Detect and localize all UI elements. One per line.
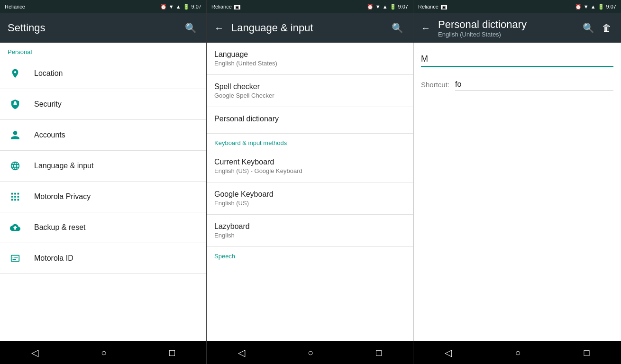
settings-item-motorola-privacy[interactable]: Motorola Privacy <box>0 182 206 212</box>
google-keyboard-title: Google Keyboard <box>214 190 405 199</box>
search-icon-2[interactable]: 🔍 <box>390 20 405 36</box>
settings-content: Personal Location Security Accounts Lang… <box>0 43 206 341</box>
backup-label: Backup & reset <box>34 223 86 232</box>
search-icon-1[interactable]: 🔍 <box>183 20 199 36</box>
status-bar-3: Reliance ▣ ⏰ ▼ ▲ 🔋 9:07 <box>413 0 621 13</box>
location-label: Location <box>34 69 63 78</box>
status-icons-1: ⏰ ▼ ▲ 🔋 9:07 <box>160 4 201 10</box>
nav-bar-3: ◁ ○ □ <box>413 341 621 364</box>
sim-icon: ▣ <box>234 5 240 9</box>
language-label: Language & input <box>34 162 93 170</box>
alarm-icon-3: ⏰ <box>575 4 582 10</box>
backup-icon <box>8 220 23 235</box>
back-arrow-3[interactable]: ← <box>421 23 430 34</box>
back-button-1[interactable]: ◁ <box>22 343 48 362</box>
motorola-privacy-label: Motorola Privacy <box>34 192 91 201</box>
settings-item-motorola-id[interactable]: Motorola ID <box>0 243 206 274</box>
language-input-panel: Reliance ▣ ⏰ ▼ ▲ 🔋 9:07 ← Language & inp… <box>207 0 413 364</box>
lang-item-google-keyboard[interactable]: Google Keyboard English (US) <box>207 182 413 215</box>
personal-dict-title: Personal dictionary <box>214 115 405 123</box>
recent-button-2[interactable]: □ <box>366 344 391 362</box>
lang-item-language[interactable]: Language English (United States) <box>207 43 413 75</box>
carrier-3: Reliance ▣ <box>418 4 447 9</box>
lazyboard-sub: English <box>214 232 405 239</box>
time-3: 9:07 <box>606 4 616 9</box>
language-item-title: Language <box>214 50 405 59</box>
settings-panel: Reliance ⏰ ▼ ▲ 🔋 9:07 Settings 🔍 Persona… <box>0 0 207 364</box>
lang-item-spell[interactable]: Spell checker Google Spell Checker <box>207 75 413 107</box>
toolbar-title-1: Settings <box>8 22 183 34</box>
shortcut-input[interactable] <box>455 78 613 91</box>
wifi-icon-3: ▼ <box>584 4 589 9</box>
accounts-label: Accounts <box>34 131 65 139</box>
lang-item-personal-dict[interactable]: Personal dictionary <box>207 107 413 134</box>
nav-bar-2: ◁ ○ □ <box>207 341 413 364</box>
toolbar-subtitle-3: English (United States) <box>438 31 581 38</box>
home-button-3[interactable]: ○ <box>505 344 530 362</box>
alarm-icon-2: ⏰ <box>367 4 374 10</box>
battery-icon-2: 🔋 <box>390 4 396 10</box>
search-icon-3[interactable]: 🔍 <box>581 20 596 36</box>
home-button-2[interactable]: ○ <box>298 344 323 362</box>
signal-icon: ▲ <box>176 4 181 9</box>
lazyboard-title: Lazyboard <box>214 222 405 231</box>
time-2: 9:07 <box>398 4 408 9</box>
current-keyboard-sub: English (US) - Google Keyboard <box>214 167 405 174</box>
lang-item-lazyboard[interactable]: Lazyboard English <box>207 215 413 247</box>
battery-icon: 🔋 <box>183 4 190 10</box>
settings-item-location[interactable]: Location <box>0 58 206 89</box>
toolbar-3: ← Personal dictionary English (United St… <box>413 13 621 43</box>
recent-button-3[interactable]: □ <box>574 344 599 362</box>
status-icons-2: ⏰ ▼ ▲ 🔋 9:07 <box>367 4 408 10</box>
nav-bar-1: ◁ ○ □ <box>0 341 206 364</box>
home-button-1[interactable]: ○ <box>91 344 116 362</box>
shortcut-row: Shortcut: <box>421 78 613 91</box>
toolbar-2: ← Language & input 🔍 <box>207 13 413 43</box>
carrier-1: Reliance <box>5 4 25 9</box>
back-arrow-2[interactable]: ← <box>214 23 224 34</box>
carrier-2: Reliance ▣ <box>211 4 240 9</box>
section-header-personal: Personal <box>0 43 206 58</box>
status-bar-1: Reliance ⏰ ▼ ▲ 🔋 9:07 <box>0 0 206 13</box>
language-item-sub: English (United States) <box>214 60 405 67</box>
back-button-3[interactable]: ◁ <box>435 343 461 362</box>
status-bar-2: Reliance ▣ ⏰ ▼ ▲ 🔋 9:07 <box>207 0 413 13</box>
time-1: 9:07 <box>192 4 201 9</box>
spell-item-sub: Google Spell Checker <box>214 92 405 99</box>
motorola-id-label: Motorola ID <box>34 254 73 263</box>
toolbar-1: Settings 🔍 <box>0 13 206 43</box>
personal-dictionary-panel: Reliance ▣ ⏰ ▼ ▲ 🔋 9:07 ← Personal dicti… <box>413 0 621 364</box>
language-icon <box>8 158 23 173</box>
word-input[interactable] <box>421 52 613 67</box>
signal-icon-2: ▲ <box>383 4 388 9</box>
accounts-icon <box>8 127 23 143</box>
status-icons-3: ⏰ ▼ ▲ 🔋 9:07 <box>575 4 616 10</box>
current-keyboard-title: Current Keyboard <box>214 158 405 166</box>
shortcut-label: Shortcut: <box>421 81 449 89</box>
location-icon <box>8 66 23 81</box>
speech-section-header: Speech <box>207 247 413 264</box>
motorola-privacy-icon <box>8 189 23 204</box>
settings-item-backup[interactable]: Backup & reset <box>0 212 206 243</box>
alarm-icon: ⏰ <box>160 4 167 10</box>
google-keyboard-sub: English (US) <box>214 200 405 207</box>
back-button-2[interactable]: ◁ <box>228 343 255 362</box>
lang-item-current-keyboard[interactable]: Current Keyboard English (US) - Google K… <box>207 150 413 182</box>
signal-icon-3: ▲ <box>591 4 596 9</box>
language-input-content: Language English (United States) Spell c… <box>207 43 413 341</box>
spell-item-title: Spell checker <box>214 82 405 91</box>
delete-icon-3[interactable]: 🗑 <box>600 21 613 36</box>
settings-item-security[interactable]: Security <box>0 89 206 120</box>
recent-button-1[interactable]: □ <box>160 344 184 362</box>
toolbar-title-group: Personal dictionary English (United Stat… <box>438 18 581 38</box>
security-label: Security <box>34 100 62 109</box>
keyboard-section-header: Keyboard & input methods <box>207 134 413 150</box>
battery-icon-3: 🔋 <box>598 4 604 10</box>
personal-dictionary-content: Shortcut: <box>413 43 621 341</box>
toolbar-title-2: Language & input <box>231 22 390 34</box>
settings-item-language[interactable]: Language & input <box>0 151 206 182</box>
wifi-icon-2: ▼ <box>375 4 381 9</box>
wifi-icon: ▼ <box>169 4 174 9</box>
motorola-id-icon <box>8 251 23 266</box>
settings-item-accounts[interactable]: Accounts <box>0 120 206 151</box>
